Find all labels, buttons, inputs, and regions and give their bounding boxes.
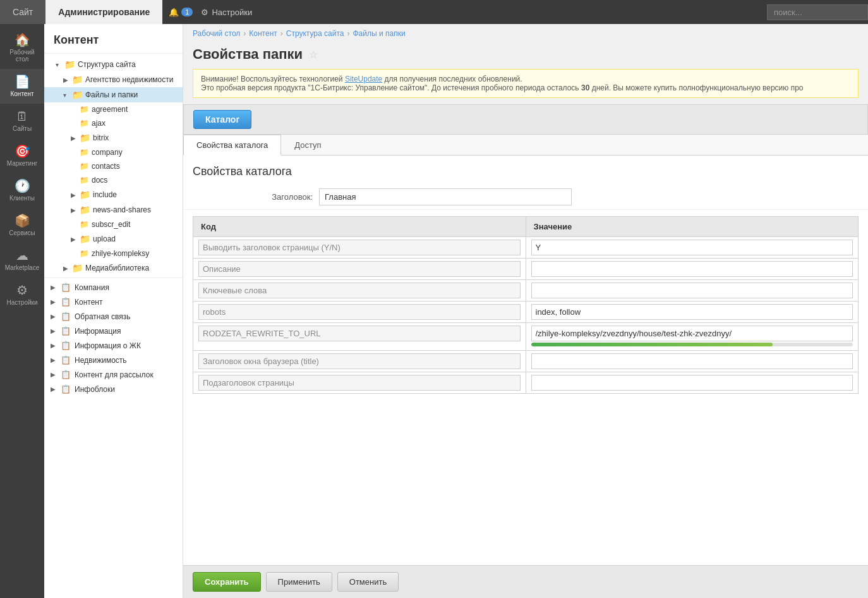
breadcrumb-sep: › xyxy=(243,29,246,38)
settings-nav-icon[interactable]: ⚙ Настройки xyxy=(201,8,252,17)
page-title-bar: Свойства папки ☆ xyxy=(183,43,868,69)
search-bar xyxy=(767,4,868,20)
props-code-input-3[interactable] xyxy=(198,283,521,298)
sidebar-item-company[interactable]: 📁 company xyxy=(44,145,183,159)
sidebar-item-content-sec[interactable]: ▶ 📋 Контент xyxy=(44,295,183,309)
props-value-input-5[interactable] xyxy=(531,326,853,341)
arrow-icon: ▶ xyxy=(51,327,57,334)
props-cell-code-4 xyxy=(193,302,526,322)
sidebar-item-feedback[interactable]: ▶ 📋 Обратная связь xyxy=(44,309,183,324)
props-code-input-6[interactable] xyxy=(198,353,521,369)
props-value-input-7[interactable] xyxy=(531,375,853,391)
sidebar-item-company-sec[interactable]: ▶ 📋 Компания xyxy=(44,280,183,295)
sidebar-item-agreement[interactable]: 📁 agreement xyxy=(44,102,183,116)
props-value-input-1[interactable] xyxy=(531,240,853,255)
sidebar-item-mailing[interactable]: ▶ 📋 Контент для рассылок xyxy=(44,367,183,382)
sidebar-item-subscr[interactable]: 📁 subscr_edit xyxy=(44,217,183,231)
nav-label-settings: Настройки xyxy=(6,299,37,306)
props-cell-code-7 xyxy=(193,372,526,393)
sidebar-item-info-zhk[interactable]: ▶ 📋 Информация о ЖК xyxy=(44,338,183,353)
sidebar-item-label: Обратная связь xyxy=(75,312,130,321)
bell-badge: 1 xyxy=(181,8,193,16)
sidebar-item-label: Контент xyxy=(75,298,102,307)
props-cell-code-1 xyxy=(193,237,526,258)
props-value-input-3[interactable] xyxy=(531,283,853,298)
sidebar-item-files[interactable]: ▾ 📁 Файлы и папки xyxy=(44,87,183,102)
props-code-input-1[interactable] xyxy=(198,240,521,255)
sidebar-item-docs[interactable]: 📁 docs xyxy=(44,173,183,187)
sidebar-item-include[interactable]: ▶ 📁 include xyxy=(44,187,183,202)
sidebar-item-structure[interactable]: ▾ 📁 Структура сайта xyxy=(44,57,183,72)
favorite-star-icon[interactable]: ☆ xyxy=(309,49,318,61)
nav-item-services[interactable]: 📦 Сервисы xyxy=(0,208,44,243)
bell-icon[interactable]: 🔔 1 xyxy=(169,8,195,17)
nav-item-sites[interactable]: 🗓 Сайты xyxy=(0,104,44,138)
save-button[interactable]: Сохранить xyxy=(193,572,261,592)
sidebar-item-label: Файлы и папки xyxy=(85,90,138,99)
page-icon: 📋 xyxy=(61,312,71,321)
settings-label: Настройки xyxy=(212,8,252,17)
props-code-input-5[interactable] xyxy=(198,326,521,341)
props-value-input-2[interactable] xyxy=(531,261,853,277)
sidebar-item-label: Медиабиблиотека xyxy=(85,264,149,272)
props-value-input-4[interactable] xyxy=(531,304,853,320)
props-header: Код Значение xyxy=(193,216,859,237)
alert-days: 30 xyxy=(581,83,589,92)
siteupdate-link[interactable]: SiteUpdate xyxy=(345,75,382,83)
sidebar-item-zhilye[interactable]: 📁 zhilye-kompleksy xyxy=(44,247,183,260)
sidebar-item-media[interactable]: ▶ 📁 Медиабиблиотека xyxy=(44,260,183,276)
alert-text3: Это пробная версия продукта "1С-Битрикс:… xyxy=(201,83,581,92)
apply-button[interactable]: Применить xyxy=(266,572,332,592)
sidebar-item-news[interactable]: ▶ 📁 news-and-shares xyxy=(44,202,183,217)
sidebar-item-info[interactable]: ▶ 📋 Информация xyxy=(44,324,183,338)
nav-item-clients[interactable]: 🕐 Клиенты xyxy=(0,173,44,208)
sidebar-item-contacts[interactable]: 📁 contacts xyxy=(44,159,183,173)
sidebar-item-label: bitrix xyxy=(93,133,109,142)
props-value-input-6[interactable] xyxy=(531,353,853,369)
sidebar-item-label: zhilye-kompleksy xyxy=(92,249,149,258)
props-code-input-4[interactable] xyxy=(198,304,521,320)
props-code-input-7[interactable] xyxy=(198,375,521,391)
nav-item-marketing[interactable]: 🎯 Маркетинг xyxy=(0,138,44,173)
props-col-code: Код xyxy=(193,217,526,236)
breadcrumb-link-content[interactable]: Контент xyxy=(249,29,277,38)
sidebar-item-upload[interactable]: ▶ 📁 upload xyxy=(44,231,183,247)
alert-box: Внимание! Воспользуйтесь технологией Sit… xyxy=(193,69,859,98)
sidebar-item-infoblocks[interactable]: ▶ 📋 Инфоблоки xyxy=(44,382,183,396)
sidebar-item-label: Информация xyxy=(75,327,121,336)
tab-properties[interactable]: Свойства каталога xyxy=(183,135,281,156)
tab-access[interactable]: Доступ xyxy=(281,135,334,156)
nav-item-dashboard[interactable]: 🏠 Рабочий стол xyxy=(0,27,44,69)
folder-icon-sm: 📁 xyxy=(80,105,89,114)
title-input[interactable] xyxy=(319,188,572,205)
breadcrumb-link-files[interactable]: Файлы и папки xyxy=(353,29,405,38)
nav-item-marketplace[interactable]: ☁ Marketplace xyxy=(0,243,44,278)
sidebar-item-realty[interactable]: ▶ 📋 Недвижимость xyxy=(44,353,183,367)
page-icon: 📋 xyxy=(61,326,71,336)
search-input[interactable] xyxy=(767,4,868,20)
nav-item-content[interactable]: 📄 Контент xyxy=(0,69,44,104)
sidebar-item-label: ajax xyxy=(92,119,105,128)
folder-icon: 📁 xyxy=(72,75,83,85)
tab-admin[interactable]: Администрирование xyxy=(45,0,162,24)
left-nav: 🏠 Рабочий стол 📄 Контент 🗓 Сайты 🎯 Марке… xyxy=(0,24,44,598)
cancel-button[interactable]: Отменить xyxy=(337,572,399,592)
props-row-3 xyxy=(193,280,859,302)
sidebar-item-bitrix[interactable]: ▶ 📁 bitrix xyxy=(44,130,183,145)
nav-label-dashboard: Рабочий стол xyxy=(3,49,41,63)
props-row-1 xyxy=(193,237,859,259)
page-icon: 📋 xyxy=(61,370,71,379)
nav-item-settings[interactable]: ⚙ Настройки xyxy=(0,278,44,312)
arrow-icon: ▶ xyxy=(71,135,77,142)
sidebar-item-agency[interactable]: ▶ 📁 Агентство недвижимости xyxy=(44,72,183,87)
sidebar-item-ajax[interactable]: 📁 ajax xyxy=(44,116,183,130)
folder-icon-sm: 📁 xyxy=(80,162,89,171)
top-bar-icons: 🔔 1 ⚙ Настройки xyxy=(162,8,258,17)
tab-site[interactable]: Сайт xyxy=(0,0,45,24)
breadcrumb-link-desktop[interactable]: Рабочий стол xyxy=(193,29,240,38)
props-code-input-2[interactable] xyxy=(198,261,521,277)
progress-bar-fill xyxy=(531,343,773,346)
nav-label-sites: Сайты xyxy=(13,125,32,132)
breadcrumb-link-structure[interactable]: Структура сайта xyxy=(286,29,344,38)
catalog-button[interactable]: Каталог xyxy=(193,110,251,129)
